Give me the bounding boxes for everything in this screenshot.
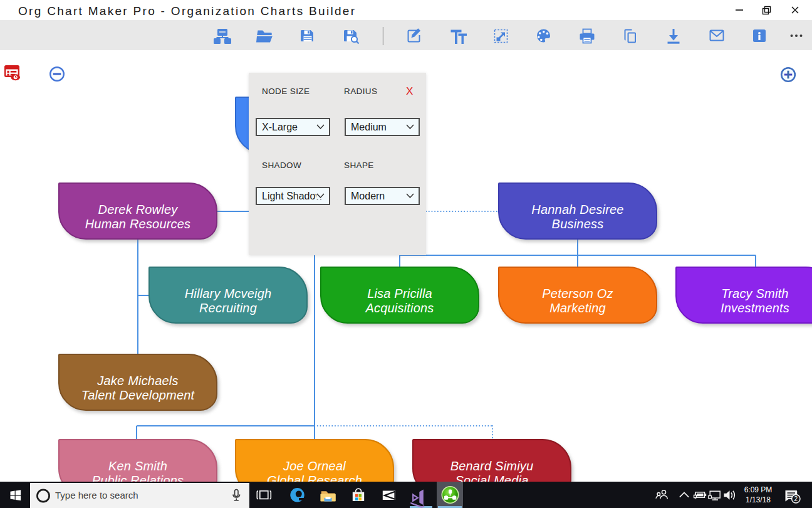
svg-text:2: 2	[794, 495, 798, 502]
